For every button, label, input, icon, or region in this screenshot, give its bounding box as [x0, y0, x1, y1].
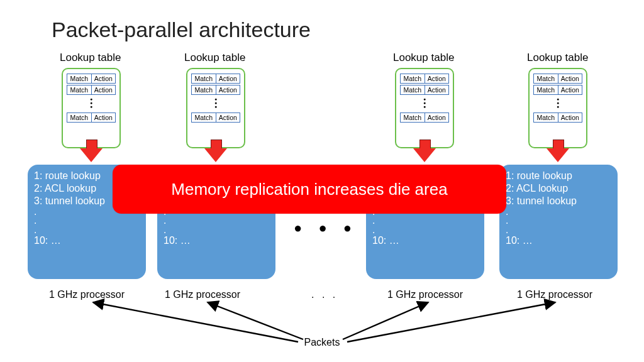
- proc-dot: .: [164, 226, 269, 234]
- lookup-table-box-1: Match Action Match Action ●●● Match Acti…: [62, 68, 121, 148]
- match-cell: Match: [400, 85, 425, 95]
- lookup-table-label-2: Lookup table: [184, 52, 245, 64]
- match-cell: Match: [191, 112, 216, 123]
- match-cell: Match: [533, 85, 558, 95]
- action-cell: Action: [425, 74, 450, 84]
- action-cell: Action: [216, 85, 241, 95]
- vertical-ellipsis-icon: ●●●: [530, 97, 586, 109]
- proc-step-10: 10: …: [372, 234, 478, 247]
- proc-dot: .: [34, 226, 140, 234]
- action-cell: Action: [92, 112, 116, 123]
- match-cell: Match: [67, 112, 92, 123]
- lookup-table-box-4: Match Action Match Action ●●● Match Acti…: [528, 68, 587, 148]
- match-cell: Match: [533, 112, 558, 123]
- match-action-row: Match Action: [533, 85, 582, 95]
- lookup-table-box-3: Match Action Match Action ●●● Match Acti…: [395, 68, 454, 148]
- proc-dot: .: [34, 216, 140, 225]
- proc-dot: .: [372, 216, 478, 225]
- match-cell: Match: [400, 112, 425, 123]
- action-cell: Action: [558, 74, 583, 84]
- processor-label-1: 1 GHz processor: [49, 289, 125, 300]
- match-action-row: Match Action: [191, 112, 240, 123]
- processor-box-4: 1: route lookup 2: ACL lookup 3: tunnel …: [499, 165, 618, 279]
- lookup-table-label-1: Lookup table: [60, 52, 121, 64]
- match-cell: Match: [67, 74, 92, 84]
- action-cell: Action: [425, 85, 450, 95]
- slide-title: Packet-parallel architecture: [52, 18, 311, 42]
- match-action-row: Match Action: [533, 112, 582, 123]
- match-action-row: Match Action: [400, 112, 449, 123]
- lookup-table-label-4: Lookup table: [527, 52, 588, 64]
- action-cell: Action: [92, 85, 116, 95]
- proc-dot: .: [506, 207, 611, 216]
- match-action-row: Match Action: [400, 74, 449, 84]
- action-cell: Action: [216, 112, 241, 123]
- match-action-row: Match Action: [67, 85, 116, 95]
- svg-line-0: [93, 302, 298, 342]
- horizontal-ellipsis-icon: ● ● ●: [294, 220, 358, 236]
- lookup-table-box-2: Match Action Match Action ●●● Match Acti…: [186, 68, 245, 148]
- match-cell: Match: [67, 85, 92, 95]
- match-cell: Match: [533, 74, 558, 84]
- proc-dot: .: [506, 216, 611, 225]
- action-cell: Action: [425, 112, 450, 123]
- processor-label-2: 1 GHz processor: [165, 289, 240, 300]
- match-cell: Match: [191, 85, 216, 95]
- action-cell: Action: [92, 74, 116, 84]
- proc-step-2: 2: ACL lookup: [506, 182, 611, 195]
- match-action-row: Match Action: [533, 74, 582, 84]
- proc-step-10: 10: …: [506, 234, 611, 247]
- match-cell: Match: [400, 74, 425, 84]
- match-action-row: Match Action: [400, 85, 449, 95]
- match-action-row: Match Action: [191, 74, 240, 84]
- vertical-ellipsis-icon: ●●●: [187, 97, 244, 109]
- svg-line-3: [347, 302, 555, 342]
- proc-step-3: 3: tunnel lookup: [506, 195, 611, 207]
- proc-dot: .: [164, 216, 269, 225]
- proc-step-1: 1: route lookup: [506, 170, 611, 182]
- proc-dot: .: [372, 226, 478, 234]
- svg-line-2: [343, 302, 428, 339]
- match-action-row: Match Action: [67, 74, 116, 84]
- processor-ellipsis-label: . . .: [311, 289, 338, 300]
- processor-label-4: 1 GHz processor: [517, 289, 592, 300]
- lookup-table-label-3: Lookup table: [393, 52, 454, 64]
- callout-banner: Memory replication increases die area: [113, 165, 506, 214]
- proc-step-10: 10: …: [34, 234, 140, 247]
- svg-line-1: [208, 302, 303, 339]
- proc-step-10: 10: …: [164, 234, 269, 247]
- match-action-row: Match Action: [67, 112, 116, 123]
- proc-dot: .: [506, 226, 611, 234]
- vertical-ellipsis-icon: ●●●: [63, 97, 119, 109]
- processor-label-3: 1 GHz processor: [387, 289, 463, 300]
- action-cell: Action: [558, 112, 583, 123]
- match-cell: Match: [191, 74, 216, 84]
- action-cell: Action: [558, 85, 583, 95]
- action-cell: Action: [216, 74, 241, 84]
- match-action-row: Match Action: [191, 85, 240, 95]
- packets-label: Packets: [0, 337, 644, 348]
- vertical-ellipsis-icon: ●●●: [396, 97, 453, 109]
